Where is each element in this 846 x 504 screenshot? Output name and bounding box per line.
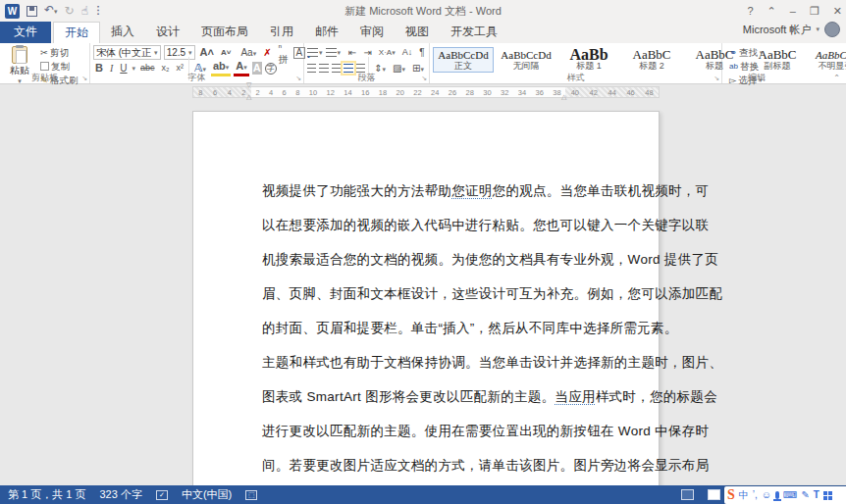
doc-line: 以在想要添加的视频的嵌入代码中进行粘贴。您也可以键入一个关键字以联 <box>262 208 645 242</box>
styles-dialog-launcher-icon[interactable]: ↘ <box>714 75 719 82</box>
tab-0[interactable]: 开始 <box>53 22 100 43</box>
window-title: 新建 Microsoft Word 文档 - Word <box>0 4 846 19</box>
redo-icon[interactable]: ↻ <box>65 5 75 17</box>
close-icon[interactable]: ✕ <box>833 5 842 18</box>
page-indicator[interactable]: 第 1 页，共 1 页 <box>8 487 85 502</box>
macro-record-icon[interactable]: ⬚ <box>245 490 257 500</box>
show-hide-marks-icon[interactable]: ¶ <box>417 46 426 59</box>
doc-text[interactable]: 视频提供了功能强大的方法帮助您证明您的观点。当您单击联机视频时，可以在想要添加的… <box>262 174 645 485</box>
clipboard-dialog-launcher-icon[interactable]: ↘ <box>81 75 87 82</box>
document-area[interactable]: 视频提供了功能强大的方法帮助您证明您的观点。当您单击联机视频时，可以在想要添加的… <box>0 100 846 485</box>
ruler-number: 20 <box>397 88 404 97</box>
save-icon[interactable] <box>26 6 37 17</box>
ruler-number: 6 <box>283 88 287 97</box>
ruler-number: 2 <box>255 88 259 97</box>
minimize-icon[interactable]: – <box>790 5 796 17</box>
style-chip-2[interactable]: AaBb标题 1 <box>558 47 619 73</box>
tab-3[interactable]: 页面布局 <box>190 22 259 43</box>
ruler-number: 18 <box>379 88 387 97</box>
ime-toolbox-icon[interactable] <box>823 491 832 500</box>
print-layout-icon[interactable] <box>708 489 720 500</box>
ruler-number: 30 <box>483 88 491 97</box>
tab-file[interactable]: 文件 <box>0 22 51 43</box>
word-count[interactable]: 323 个字 <box>99 487 141 502</box>
customize-qat-icon[interactable]: ᎒ <box>95 5 101 17</box>
ruler-number: 12 <box>327 88 335 97</box>
ruler-number: 34 <box>518 88 526 97</box>
group-editing: ⚭查找▾ ab替换 ▻选择▾ 编辑 <box>722 43 791 83</box>
find-button[interactable]: ⚭查找▾ <box>729 46 788 59</box>
tab-8[interactable]: 开发工具 <box>440 22 508 43</box>
ruler-number: 38 <box>553 88 560 97</box>
bullets-icon[interactable]: ▾ <box>307 48 323 57</box>
restore-icon[interactable]: ❐ <box>810 5 820 18</box>
paragraph-dialog-launcher-icon[interactable]: ↘ <box>421 75 427 82</box>
ruler-number: 36 <box>536 88 544 97</box>
help-icon[interactable]: ? <box>747 5 753 17</box>
ruler-number: 14 <box>344 88 351 97</box>
cut-button[interactable]: ✂剪切 <box>40 46 78 59</box>
ruler-number: 46 <box>626 88 634 97</box>
decrease-indent-icon[interactable]: ⇤ <box>346 46 358 59</box>
font-dialog-launcher-icon[interactable]: ↘ <box>295 75 301 82</box>
ruler-number: 4 <box>269 88 273 97</box>
ruler-number: 10 <box>309 88 317 97</box>
shrink-font-icon[interactable]: A˅ <box>219 46 233 59</box>
ruler-number: 16 <box>361 88 369 97</box>
avatar[interactable] <box>824 22 840 37</box>
cut-icon: ✂ <box>40 46 48 59</box>
ime-mode-chinese-icon[interactable]: 中 <box>739 487 749 503</box>
word-app-icon[interactable]: W <box>5 4 20 19</box>
ime-skin-icon[interactable]: T <box>814 487 820 503</box>
style-chip-0[interactable]: AaBbCcDd正文 <box>433 47 494 73</box>
style-chip-3[interactable]: AaBbC标题 2 <box>621 47 682 73</box>
tab-7[interactable]: 视图 <box>395 22 440 43</box>
style-chip-6[interactable]: AaBbCcDd不明显强调 <box>810 47 846 73</box>
ruler-number: 44 <box>608 88 615 97</box>
sogou-logo-icon[interactable]: S <box>727 487 735 503</box>
account-dropdown-icon[interactable]: ▾ <box>816 25 820 33</box>
doc-line: 图表或 SmartArt 图形将会更改以匹配新的主题。当应用样式时，您的标题会 <box>262 379 645 414</box>
font-name-select[interactable]: 宋体 (中文正▾ <box>93 45 161 60</box>
group-styles: AaBbCcDd正文AaBbCcDd无间隔AaBb标题 1AaBbC标题 2Aa… <box>430 43 722 83</box>
doc-line: 间。若要更改图片适应文档的方式，请单击该图片。图片旁边将会显示布局 <box>262 448 645 482</box>
tab-2[interactable]: 设计 <box>145 22 190 43</box>
horizontal-ruler[interactable]: 8642 2468101214161820222426283032343638 … <box>192 86 660 98</box>
grammar-flagged-text: 当应用 <box>555 389 595 404</box>
phonetic-guide-icon[interactable]: ⁿ拼 <box>277 40 291 66</box>
read-mode-icon[interactable] <box>681 489 694 500</box>
tab-1[interactable]: 插入 <box>100 22 145 43</box>
asian-layout-icon[interactable]: X·A▾ <box>377 46 397 59</box>
undo-icon[interactable]: ↶▾ <box>44 4 58 18</box>
tab-5[interactable]: 邮件 <box>304 22 349 43</box>
ruler-number: 4 <box>228 88 232 97</box>
proofing-status-icon[interactable]: ✓ <box>156 490 168 500</box>
collapse-ribbon-icon[interactable]: ⌃ <box>833 74 840 82</box>
doc-line: 主题和样式也有助于文档保持协调。当您单击设计并选择新的主题时，图片、 <box>262 345 645 379</box>
style-chip-1[interactable]: AaBbCcDd无间隔 <box>496 47 556 73</box>
ime-keyboard-icon[interactable]: ⌨ <box>783 487 797 503</box>
first-line-indent-marker[interactable]: ▽ <box>246 82 251 88</box>
language-indicator[interactable]: 中文(中国) <box>182 487 232 502</box>
grow-font-icon[interactable]: A˄ <box>198 46 216 59</box>
clear-formatting-icon[interactable]: ✗ <box>261 46 273 59</box>
tab-6[interactable]: 审阅 <box>349 22 395 43</box>
ime-emoji-icon[interactable]: ☺ <box>762 487 771 503</box>
touch-mode-icon[interactable]: ☝ <box>81 5 88 17</box>
ime-handwriting-icon[interactable]: ✎ <box>801 487 809 503</box>
doc-line: 机搜索最适合您的文档的视频。为使您的文档具有专业外观，Word 提供了页 <box>262 242 645 277</box>
ruler-number: 2 <box>241 88 245 97</box>
change-case-icon[interactable]: Aa▾ <box>238 46 258 60</box>
ribbon-display-options-icon[interactable]: ⌃ <box>767 5 776 18</box>
ruler-number: 26 <box>449 88 456 97</box>
ruler-number: 8 <box>295 88 299 97</box>
page[interactable]: 视频提供了功能强大的方法帮助您证明您的观点。当您单击联机视频时，可以在想要添加的… <box>192 111 660 485</box>
ruler-number: 22 <box>413 88 421 97</box>
sort-icon[interactable]: A↓ <box>400 46 415 59</box>
numbering-icon[interactable]: ▾ <box>326 48 342 57</box>
group-clipboard: 粘贴 ▾ ✂剪切 复制 ✎格式刷 剪贴板 ↘ <box>0 43 90 83</box>
account-label[interactable]: Microsoft 帐户 <box>743 23 812 37</box>
ime-voice-icon[interactable] <box>775 491 779 499</box>
ime-punctuation-icon[interactable]: ’, <box>753 487 758 503</box>
font-size-select[interactable]: 12.5▾ <box>164 45 195 60</box>
